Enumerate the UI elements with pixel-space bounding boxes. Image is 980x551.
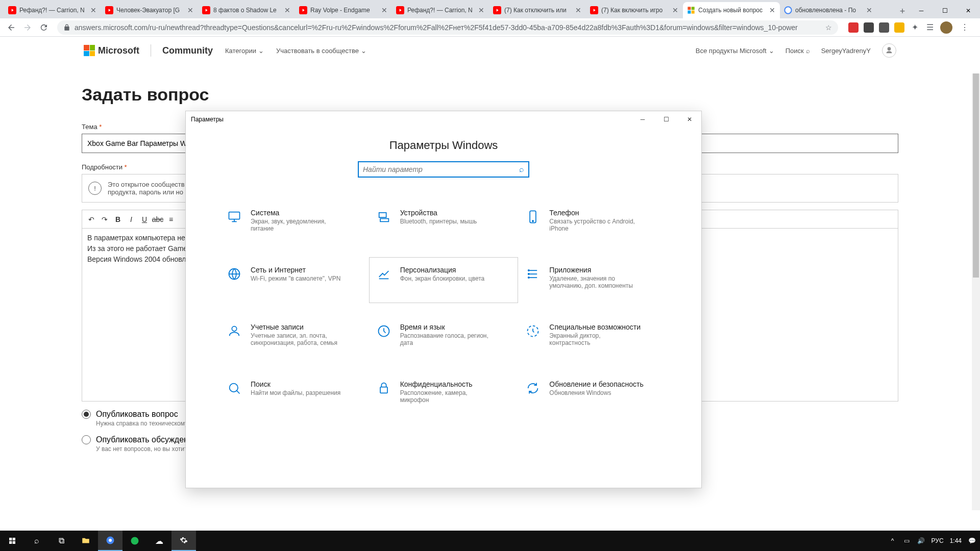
tab-close-icon[interactable]: ✕	[575, 7, 582, 14]
language-indicator[interactable]: РУС	[932, 537, 944, 544]
search-link[interactable]: Поиск ⌕	[786, 47, 810, 55]
address-bar[interactable]: answers.microsoft.com/ru-ru/newthread?th…	[57, 20, 838, 35]
category-desc: Удаление, значения по умолчанию, доп. ко…	[549, 275, 641, 289]
svg-rect-14	[380, 219, 388, 222]
info-icon: !	[88, 182, 102, 195]
profile-avatar[interactable]	[940, 21, 952, 34]
settings-category[interactable]: СистемаЭкран, звук, уведомления, питание	[219, 200, 369, 246]
align-button[interactable]: ≡	[165, 213, 177, 226]
settings-category[interactable]: ПерсонализацияФон, экран блокировки, цве…	[369, 257, 519, 303]
app-taskbar-button[interactable]: ☁	[147, 531, 172, 551]
redo-button[interactable]: ↷	[99, 213, 111, 226]
settings-category[interactable]: Специальные возможностиЭкранный диктор, …	[518, 314, 668, 360]
page-scrollbar[interactable]	[972, 73, 980, 510]
settings-category[interactable]: УстройстваBluetooth, принтеры, мышь	[369, 200, 519, 246]
nav-participate[interactable]: Участвовать в сообществе ⌄	[276, 47, 366, 55]
underline-button[interactable]: U	[138, 213, 151, 226]
browser-tab[interactable]: Создать новый вопрос✕	[683, 2, 780, 18]
close-button[interactable]: ✕	[957, 3, 980, 18]
settings-search-input[interactable]	[363, 165, 519, 173]
reading-list-icon[interactable]: ☰	[925, 22, 935, 33]
chrome-taskbar-button[interactable]	[98, 531, 122, 551]
browser-menu-button[interactable]: ⋮	[958, 20, 972, 35]
category-icon	[376, 323, 392, 339]
settings-category[interactable]: Обновление и безопасностьОбновления Wind…	[518, 371, 668, 417]
settings-search[interactable]: ⌕	[358, 161, 529, 178]
tab-close-icon[interactable]: ✕	[866, 7, 873, 14]
scrollbar-thumb[interactable]	[973, 73, 979, 278]
start-button[interactable]	[0, 531, 24, 551]
search-button[interactable]: ⌕	[24, 531, 49, 551]
settings-window-controls: ─ ☐ ✕	[631, 111, 701, 128]
battery-icon[interactable]: ▭	[903, 537, 911, 545]
settings-category[interactable]: Сеть и ИнтернетWi-Fi, режим "в самолете"…	[219, 257, 369, 303]
category-icon	[376, 266, 392, 282]
extension-icon[interactable]	[879, 22, 889, 33]
back-button[interactable]	[4, 20, 18, 35]
extension-icon[interactable]	[894, 22, 904, 33]
community-link[interactable]: Community	[162, 45, 213, 56]
nav-categories[interactable]: Категории ⌄	[225, 47, 264, 55]
tab-close-icon[interactable]: ✕	[672, 7, 679, 14]
settings-titlebar[interactable]: Параметры ─ ☐ ✕	[186, 111, 701, 128]
settings-category[interactable]: ПоискНайти мои файлы, разрешения	[219, 371, 369, 417]
page-content: Microsoft Community Категории ⌄ Участвов…	[0, 37, 980, 531]
category-title: Персонализация	[400, 266, 485, 274]
tab-title: Рефанд?! — Carrion, N	[407, 7, 476, 14]
close-button[interactable]: ✕	[678, 111, 701, 128]
file-explorer-button[interactable]	[74, 531, 98, 551]
maximize-button[interactable]: ☐	[654, 111, 678, 128]
tab-close-icon[interactable]: ✕	[187, 7, 194, 14]
browser-tab[interactable]: Рефанд?! — Carrion, N✕	[392, 2, 489, 18]
spotify-taskbar-button[interactable]	[122, 531, 147, 551]
browser-tab[interactable]: (7) Как отключить или✕	[489, 2, 586, 18]
clock[interactable]: 1:44	[950, 537, 962, 544]
strike-button[interactable]: abc	[152, 213, 164, 226]
settings-category[interactable]: КонфиденциальностьРасположение, камера, …	[369, 371, 519, 417]
all-products[interactable]: Все продукты Microsoft ⌄	[696, 47, 774, 55]
tab-close-icon[interactable]: ✕	[381, 7, 388, 14]
maximize-button[interactable]: ☐	[933, 3, 957, 18]
forward-button[interactable]	[20, 20, 35, 35]
browser-tab[interactable]: (7) Как включить игро✕	[586, 2, 683, 18]
reload-button[interactable]	[37, 20, 51, 35]
browser-tab[interactable]: Рефанд?! — Carrion, N✕	[4, 2, 101, 18]
new-tab-button[interactable]: +	[895, 4, 910, 18]
extensions-menu-icon[interactable]: ✦	[910, 22, 920, 33]
settings-category[interactable]: ПриложенияУдаление, значения по умолчани…	[518, 257, 668, 303]
notifications-icon[interactable]: 💬	[968, 537, 976, 545]
volume-icon[interactable]: 🔊	[917, 537, 925, 545]
bold-button[interactable]: B	[112, 213, 124, 226]
settings-category[interactable]: Время и языкРаспознавание голоса, регион…	[369, 314, 519, 360]
username[interactable]: SergeyYadrenyY	[821, 47, 871, 55]
tab-favicon	[784, 6, 792, 14]
svg-rect-8	[692, 7, 695, 10]
tab-close-icon[interactable]: ✕	[478, 7, 485, 14]
bookmark-star-icon[interactable]: ☆	[825, 23, 832, 32]
ms-header-right: Все продукты Microsoft ⌄ Поиск ⌕ SergeyY…	[696, 43, 896, 58]
task-view-button[interactable]: ⧉	[49, 531, 74, 551]
tab-title: Ray Volpe - Endgame	[310, 7, 379, 14]
tab-title: (7) Как включить игро	[601, 7, 670, 14]
tab-close-icon[interactable]: ✕	[90, 7, 97, 14]
ms-logo[interactable]: Microsoft	[84, 45, 139, 56]
tray-chevron-icon[interactable]: ^	[889, 537, 897, 545]
minimize-button[interactable]: ─	[910, 3, 933, 18]
browser-tab[interactable]: Человек-Эвакуатор [G✕	[101, 2, 198, 18]
tab-close-icon[interactable]: ✕	[284, 7, 291, 14]
extension-icon[interactable]	[864, 22, 874, 33]
italic-button[interactable]: I	[125, 213, 137, 226]
settings-category[interactable]: Учетные записиУчетные записи, эл. почта,…	[219, 314, 369, 360]
browser-tab[interactable]: обновленовлена - По✕	[780, 2, 877, 18]
browser-tab[interactable]: Ray Volpe - Endgame✕	[295, 2, 392, 18]
extension-icon[interactable]	[848, 22, 859, 33]
tab-close-icon[interactable]: ✕	[769, 7, 776, 14]
tab-title: Человек-Эвакуатор [G	[116, 7, 185, 14]
settings-taskbar-button[interactable]	[172, 531, 196, 551]
user-avatar-icon[interactable]	[882, 43, 896, 58]
undo-button[interactable]: ↶	[85, 213, 97, 226]
browser-tab[interactable]: 8 фактов о Shadow Le✕	[198, 2, 295, 18]
svg-point-20	[528, 277, 529, 278]
settings-category[interactable]: ТелефонСвязать устройство с Android, iPh…	[518, 200, 668, 246]
minimize-button[interactable]: ─	[631, 111, 654, 128]
